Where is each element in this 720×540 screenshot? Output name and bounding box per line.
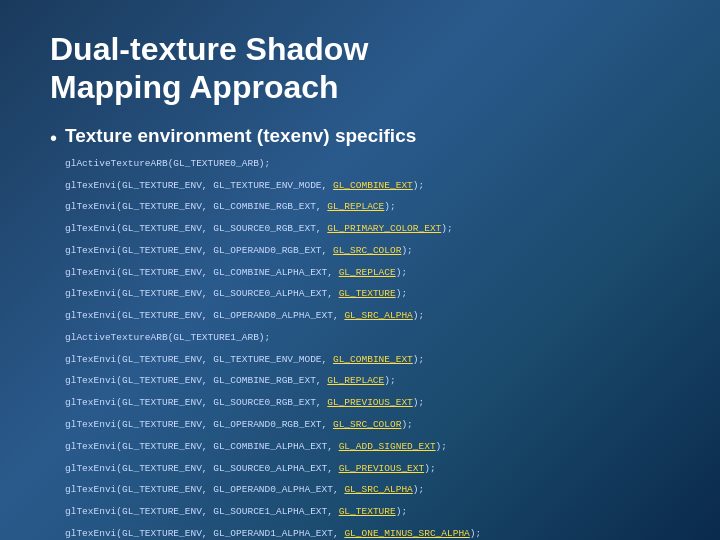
code-line: glTexEnvi(GL_TEXTURE_ENV, GL_OPERAND0_RG… [65, 244, 481, 258]
title-line1: Dual-texture Shadow [50, 31, 368, 67]
code-line: glTexEnvi(GL_TEXTURE_ENV, GL_COMBINE_ALP… [65, 440, 481, 454]
code-line: glTexEnvi(GL_TEXTURE_ENV, GL_OPERAND0_AL… [65, 483, 481, 497]
bullet-content: Texture environment (texenv) specifics g… [65, 125, 481, 540]
code-section-sec2: glTexEnvi(GL_TEXTURE_ENV, GL_COMBINE_RGB… [65, 200, 481, 257]
code-section-sec4: glActiveTextureARB(GL_TEXTURE1_ARB);glTe… [65, 331, 481, 367]
code-line: glTexEnvi(GL_TEXTURE_ENV, GL_COMBINE_RGB… [65, 374, 481, 388]
bullet-icon: • [50, 127, 57, 150]
title-line2: Mapping Approach [50, 69, 339, 105]
code-line: glTexEnvi(GL_TEXTURE_ENV, GL_OPERAND0_RG… [65, 418, 481, 432]
code-line: glTexEnvi(GL_TEXTURE_ENV, GL_TEXTURE_ENV… [65, 179, 481, 193]
code-line: glTexEnvi(GL_TEXTURE_ENV, GL_OPERAND1_AL… [65, 527, 481, 540]
code-section-sec1: glActiveTextureARB(GL_TEXTURE0_ARB);glTe… [65, 157, 481, 193]
code-line: glTexEnvi(GL_TEXTURE_ENV, GL_SOURCE0_RGB… [65, 396, 481, 410]
code-section-sec5: glTexEnvi(GL_TEXTURE_ENV, GL_COMBINE_RGB… [65, 374, 481, 431]
code-line: glTexEnvi(GL_TEXTURE_ENV, GL_OPERAND0_AL… [65, 309, 481, 323]
code-line: glActiveTextureARB(GL_TEXTURE1_ARB); [65, 331, 481, 345]
bullet-title: Texture environment (texenv) specifics [65, 125, 481, 147]
code-line: glTexEnvi(GL_TEXTURE_ENV, GL_COMBINE_RGB… [65, 200, 481, 214]
bullet-section: • Texture environment (texenv) specifics… [50, 125, 670, 540]
code-line: glTexEnvi(GL_TEXTURE_ENV, GL_SOURCE0_ALP… [65, 462, 481, 476]
code-container: glActiveTextureARB(GL_TEXTURE0_ARB);glTe… [65, 157, 481, 540]
code-line: glTexEnvi(GL_TEXTURE_ENV, GL_TEXTURE_ENV… [65, 353, 481, 367]
code-line: glTexEnvi(GL_TEXTURE_ENV, GL_COMBINE_ALP… [65, 266, 481, 280]
code-line: glTexEnvi(GL_TEXTURE_ENV, GL_SOURCE0_RGB… [65, 222, 481, 236]
code-line: glTexEnvi(GL_TEXTURE_ENV, GL_SOURCE1_ALP… [65, 505, 481, 519]
slide-title: Dual-texture Shadow Mapping Approach [50, 30, 670, 107]
code-section-sec3: glTexEnvi(GL_TEXTURE_ENV, GL_COMBINE_ALP… [65, 266, 481, 323]
code-line: glTexEnvi(GL_TEXTURE_ENV, GL_SOURCE0_ALP… [65, 287, 481, 301]
code-line: glActiveTextureARB(GL_TEXTURE0_ARB); [65, 157, 481, 171]
code-section-sec6: glTexEnvi(GL_TEXTURE_ENV, GL_COMBINE_ALP… [65, 440, 481, 540]
slide: Dual-texture Shadow Mapping Approach • T… [0, 0, 720, 540]
